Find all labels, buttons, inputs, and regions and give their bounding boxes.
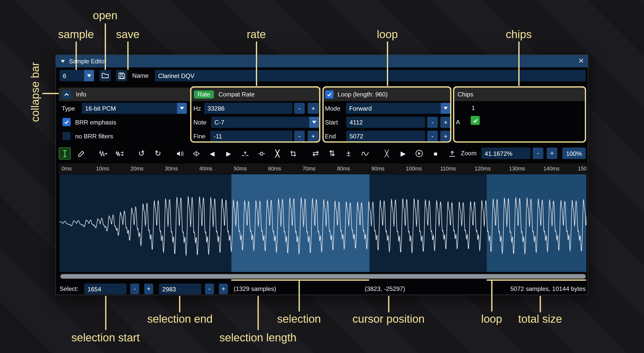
resize-button[interactable] <box>97 147 109 159</box>
zoom-label: Zoom <box>461 147 476 159</box>
select-label: Select: <box>60 283 78 295</box>
timeline-ruler[interactable]: 0ms10ms20ms30ms40ms50ms60ms70ms80ms90ms1… <box>59 164 586 174</box>
selection-end-increase-button[interactable]: + <box>219 284 228 294</box>
total-size-text: 5072 samples, 10144 bytes <box>510 283 586 295</box>
invert-button[interactable]: ⇅ <box>326 147 338 159</box>
window-close-button[interactable]: × <box>575 55 587 67</box>
insert-silence-icon <box>241 150 249 157</box>
annotation-sample: sample <box>58 28 94 41</box>
resize-icon <box>99 150 107 157</box>
ruler-tick-label: 140ms <box>544 164 560 174</box>
annotation-selection: selection <box>277 313 321 325</box>
create-wavetable-button[interactable] <box>446 147 458 159</box>
fade-in-button[interactable]: ◀ <box>206 147 218 159</box>
selection-end-input[interactable] <box>159 284 201 294</box>
save-floppy-icon <box>118 72 125 79</box>
resample-button[interactable] <box>113 147 125 159</box>
apply-silence-icon <box>258 150 265 157</box>
brr-emphasis-label: BRR emphasis <box>75 117 116 128</box>
no-brr-filters-label: no BRR filters <box>75 131 113 142</box>
no-brr-filters-checkbox[interactable] <box>62 132 71 140</box>
info-header-label: Info <box>76 91 86 98</box>
redo-button[interactable]: ↻ <box>152 147 164 159</box>
selection-start-decrease-button[interactable]: - <box>130 284 139 294</box>
reverse-button[interactable]: ⇄ <box>310 147 321 159</box>
sign-convert-button[interactable]: ± <box>342 147 354 159</box>
apply-silence-button[interactable] <box>255 147 267 159</box>
waveform-scrollbar-thumb[interactable] <box>60 274 586 279</box>
ruler-tick-label: 100ms <box>406 164 422 174</box>
resample-icon <box>115 150 124 157</box>
normalize-icon <box>193 150 200 157</box>
open-folder-icon <box>101 72 109 79</box>
waveform-display[interactable] <box>60 174 586 272</box>
annotation-cursor-position: cursor position <box>353 313 425 325</box>
selection-start-input[interactable] <box>84 284 127 294</box>
circled-play-icon <box>415 149 423 157</box>
preview-selection-button[interactable] <box>413 147 425 159</box>
ruler-tick-label: 0ms <box>62 164 72 174</box>
selection-length-text: (1329 samples) <box>234 283 276 295</box>
ruler-tick-label: 20ms <box>130 164 144 174</box>
crossfade-loop-button[interactable]: ╳ <box>381 147 393 159</box>
ruler-tick-label: 150ms <box>578 164 586 174</box>
stop-preview-button[interactable]: ■ <box>430 147 441 159</box>
check-icon <box>64 120 69 125</box>
insert-silence-button[interactable] <box>239 147 251 159</box>
annotation-collapse-bar: collapse bar <box>29 62 42 122</box>
zoom-out-button[interactable]: - <box>533 147 543 159</box>
selection-start-increase-button[interactable]: + <box>144 284 153 294</box>
sample-type-selector[interactable]: 16-bit PCM <box>82 103 187 114</box>
zoom-reset-button[interactable]: 100% <box>562 147 586 159</box>
screenshot-stage: Sample Editor × 6 Name Info Type 16-bit … <box>0 0 644 353</box>
annotation-open: open <box>93 9 118 22</box>
window-title: Sample Editor <box>69 58 106 64</box>
selection-end-decrease-button[interactable]: - <box>205 284 214 294</box>
fade-out-button[interactable]: ▶ <box>223 147 234 159</box>
normalize-button[interactable] <box>190 147 202 159</box>
preview-button[interactable]: ▶ <box>397 147 409 159</box>
trim-button[interactable] <box>287 147 299 159</box>
pencil-icon <box>78 150 84 157</box>
ruler-tick-label: 110ms <box>440 164 456 174</box>
sample-name-input[interactable] <box>155 70 586 82</box>
window-titlebar[interactable]: Sample Editor <box>56 55 588 67</box>
chips-annotation-box <box>453 86 586 143</box>
ruler-tick-label: 70ms <box>303 164 316 174</box>
delete-button[interactable]: ╳ <box>272 147 283 159</box>
annotation-bracket-selection-v <box>298 280 300 312</box>
ruler-tick-label: 120ms <box>475 164 491 174</box>
zoom-input[interactable] <box>481 147 530 159</box>
ruler-tick-label: 60ms <box>268 164 281 174</box>
loop-annotation-box <box>323 86 451 143</box>
brr-emphasis-checkbox[interactable] <box>62 118 71 126</box>
chevron-down-icon[interactable] <box>84 70 94 82</box>
ruler-tick-label: 90ms <box>371 164 385 174</box>
ibeam-cursor-icon <box>62 150 68 157</box>
upload-icon <box>448 150 455 157</box>
select-tool-button[interactable] <box>59 147 71 159</box>
window-collapse-icon[interactable] <box>61 60 65 63</box>
speaker-icon <box>176 150 183 157</box>
undo-button[interactable]: ↺ <box>136 147 147 159</box>
chevron-up-icon <box>64 93 69 96</box>
annotation-line-rate <box>256 41 257 86</box>
annotation-bracket-selection-h <box>231 280 369 281</box>
draw-tool-button[interactable] <box>75 147 87 159</box>
zoom-in-button[interactable]: + <box>547 147 557 159</box>
info-panel-header: Info <box>59 88 191 101</box>
annotation-line-sample <box>75 41 77 70</box>
annotation-line-total-size <box>540 296 541 312</box>
annotation-chips: chips <box>506 28 532 41</box>
annotation-line-selection-length <box>257 296 259 330</box>
open-sample-button[interactable] <box>99 70 111 82</box>
filter-button[interactable] <box>359 147 371 159</box>
chevron-down-icon[interactable] <box>177 103 187 114</box>
save-sample-button[interactable] <box>116 70 127 82</box>
annotation-line-selection-end <box>179 296 180 312</box>
amplify-button[interactable] <box>174 147 185 159</box>
annotation-bracket-loop-h <box>487 280 586 281</box>
sample-selector[interactable]: 6 <box>60 70 94 82</box>
collapse-bar-button[interactable] <box>62 90 71 99</box>
annotation-line-selection-start <box>105 296 106 330</box>
